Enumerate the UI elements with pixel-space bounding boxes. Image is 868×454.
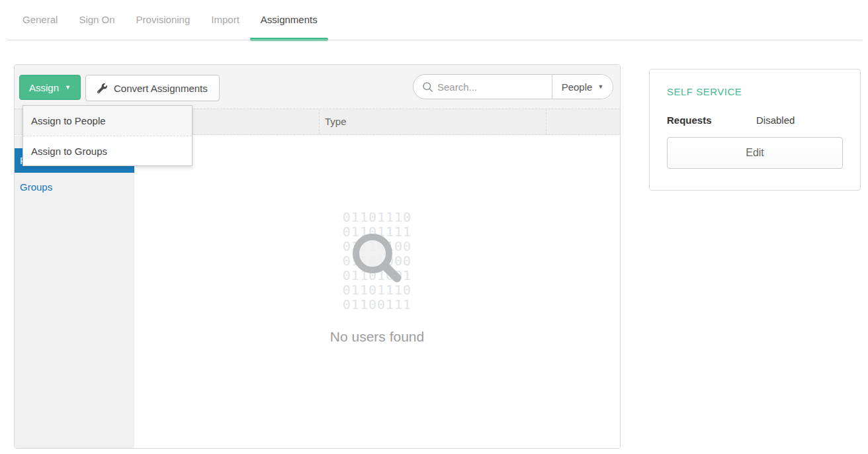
search-scope-select[interactable]: People ▼ bbox=[552, 75, 613, 99]
empty-state-message: No users found bbox=[134, 329, 620, 345]
assignments-list-area: 01101110 01101111 01110100 01101000 0110… bbox=[134, 136, 620, 448]
assignments-panel: Assign ▼ Convert Assignments People ▼ Ty… bbox=[14, 64, 621, 449]
tab-general[interactable]: General bbox=[12, 0, 68, 40]
tab-provisioning[interactable]: Provisioning bbox=[126, 0, 201, 40]
wrench-icon bbox=[97, 83, 107, 93]
convert-assignments-label: Convert Assignments bbox=[114, 83, 208, 94]
chevron-down-icon: ▼ bbox=[65, 85, 71, 91]
requests-status: Disabled bbox=[756, 114, 795, 126]
assignment-filter-sidebar: People Groups bbox=[15, 136, 134, 448]
column-header-actions bbox=[546, 109, 620, 134]
assign-button[interactable]: Assign ▼ bbox=[19, 75, 81, 100]
tab-bar-divider bbox=[7, 40, 862, 40]
search-scope-value: People bbox=[562, 81, 593, 93]
convert-assignments-button[interactable]: Convert Assignments bbox=[85, 75, 220, 101]
binary-line: 01100111 bbox=[343, 297, 412, 312]
self-service-panel: SELF SERVICE Requests Disabled Edit bbox=[649, 69, 861, 191]
assignments-toolbar: Assign ▼ Convert Assignments People ▼ bbox=[15, 65, 620, 109]
assign-dropdown-menu: Assign to People Assign to Groups bbox=[22, 105, 193, 166]
self-service-title: SELF SERVICE bbox=[667, 86, 843, 97]
menu-item-assign-to-groups[interactable]: Assign to Groups bbox=[23, 136, 192, 165]
app-tab-bar: General Sign On Provisioning Import Assi… bbox=[0, 0, 868, 40]
sidebar-item-groups[interactable]: Groups bbox=[15, 173, 134, 199]
menu-item-assign-to-people[interactable]: Assign to People bbox=[23, 106, 192, 136]
binary-art: 01101110 01101111 01110100 01101000 0110… bbox=[343, 210, 412, 312]
search-input[interactable] bbox=[437, 81, 552, 93]
binary-line: 01101110 bbox=[343, 210, 412, 224]
tab-import[interactable]: Import bbox=[200, 0, 250, 40]
requests-row: Requests Disabled bbox=[667, 114, 843, 126]
column-header-type[interactable]: Type bbox=[320, 109, 546, 134]
tab-assignments[interactable]: Assignments bbox=[250, 0, 328, 40]
assign-button-label: Assign bbox=[29, 82, 59, 93]
magnifier-icon bbox=[347, 228, 407, 288]
search-bar: People ▼ bbox=[413, 74, 613, 99]
search-icon bbox=[413, 81, 437, 93]
chevron-down-icon: ▼ bbox=[597, 84, 603, 90]
empty-state: 01101110 01101111 01110100 01101000 0110… bbox=[134, 210, 620, 345]
edit-button[interactable]: Edit bbox=[667, 137, 843, 169]
tab-sign-on[interactable]: Sign On bbox=[68, 0, 125, 40]
requests-label: Requests bbox=[667, 114, 756, 126]
assignments-content: People Groups 01101110 01101111 01110100… bbox=[15, 136, 620, 448]
